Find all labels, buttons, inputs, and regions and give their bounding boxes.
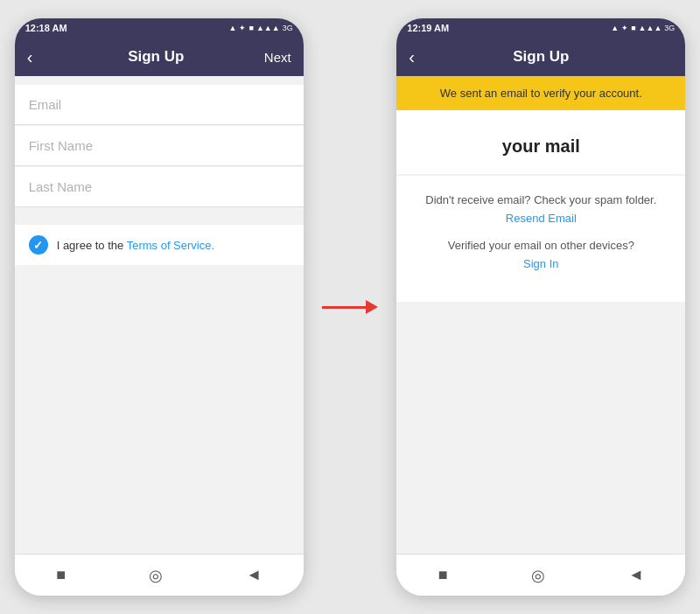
lastname-input[interactable] — [15, 167, 304, 207]
status-icons-2: ▲ ✦ ■ ▲▲▲ 3G — [611, 24, 675, 32]
verification-banner: We sent an email to verify your account. — [396, 76, 685, 110]
bottom-circle-1[interactable]: ◎ — [149, 566, 163, 585]
time-2: 12:19 AM — [407, 23, 449, 33]
back-button-2[interactable]: ‹ — [409, 47, 430, 67]
email-input[interactable] — [15, 85, 304, 125]
email-confirm-section: your mail — [396, 110, 685, 174]
back-button-1[interactable]: ‹ — [27, 47, 48, 67]
bottom-back-2[interactable]: ◄ — [628, 566, 644, 584]
status-bar-2: 12:19 AM ▲ ✦ ■ ▲▲▲ 3G — [396, 18, 685, 38]
screen1-content: I agree to the Terms of Service. — [15, 76, 304, 554]
email-wrapper — [15, 85, 304, 125]
resend-email-button[interactable]: Resend Email — [414, 212, 668, 225]
screen2-content: your mail Didn't receive email? Check yo… — [396, 110, 685, 554]
sign-in-link[interactable]: Sign In — [414, 257, 668, 270]
firstname-wrapper — [15, 126, 304, 166]
bottom-nav-2: ■ ◎ ◄ — [396, 554, 685, 596]
main-container: 12:18 AM ▲ ✦ ■ ▲▲▲ 3G ‹ Sign Up Next — [0, 0, 700, 614]
terms-row[interactable]: I agree to the Terms of Service. — [15, 225, 304, 265]
terms-text: I agree to the Terms of Service. — [57, 239, 214, 252]
phone-screen-2: 12:19 AM ▲ ✦ ■ ▲▲▲ 3G ‹ Sign Up We sent … — [396, 18, 685, 596]
arrow-head — [366, 300, 378, 314]
arrow — [322, 300, 378, 314]
terms-link[interactable]: Terms of Service. — [127, 239, 214, 252]
time-1: 12:18 AM — [25, 23, 67, 33]
arrow-line — [322, 306, 366, 309]
firstname-input[interactable] — [15, 126, 304, 166]
nav-title-1: Sign Up — [128, 48, 184, 66]
info-section: Didn't receive email? Check your spam fo… — [396, 175, 685, 302]
banner-text: We sent an email to verify your account. — [440, 87, 642, 100]
bottom-square-2[interactable]: ■ — [438, 566, 448, 584]
next-button[interactable]: Next — [264, 50, 291, 65]
status-bar-1: 12:18 AM ▲ ✦ ■ ▲▲▲ 3G — [15, 18, 304, 38]
nav-title-2: Sign Up — [513, 48, 569, 66]
transition-arrow — [315, 300, 385, 314]
bottom-nav-1: ■ ◎ ◄ — [15, 554, 304, 596]
bottom-circle-2[interactable]: ◎ — [531, 566, 545, 585]
bottom-square-1[interactable]: ■ — [56, 566, 66, 584]
lastname-wrapper — [15, 167, 304, 207]
terms-checkbox[interactable] — [29, 235, 48, 255]
status-icons-1: ▲ ✦ ■ ▲▲▲ 3G — [229, 24, 293, 32]
email-label: your mail — [502, 136, 580, 156]
phone-screen-1: 12:18 AM ▲ ✦ ■ ▲▲▲ 3G ‹ Sign Up Next — [15, 18, 304, 596]
bottom-back-1[interactable]: ◄ — [246, 566, 262, 584]
spam-text: Didn't receive email? Check your spam fo… — [414, 193, 668, 206]
nav-bar-2: ‹ Sign Up — [396, 38, 685, 76]
nav-bar-1: ‹ Sign Up Next — [15, 38, 304, 76]
verified-text: Verified your email on other devices? — [414, 239, 668, 252]
